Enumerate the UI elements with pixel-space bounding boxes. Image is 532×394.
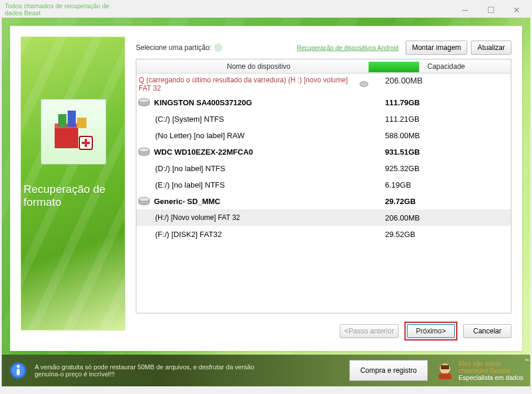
avatar-icon [435, 360, 455, 380]
mount-image-button[interactable]: Montar imagem [406, 41, 467, 55]
info-icon [9, 361, 28, 380]
svg-rect-21 [441, 365, 449, 369]
device-table: Nome do dispositivo Capacidade Q (carreg… [136, 59, 511, 313]
svg-point-8 [360, 82, 368, 86]
top-row: Selecione uma partição: Recuperação de d… [136, 36, 511, 59]
minimize-button[interactable]: ─ [452, 2, 478, 18]
select-partition-label: Selecione uma partição: [136, 44, 212, 52]
nav-row: <Passo anterior Próximo> Cancelar [136, 322, 511, 340]
android-recovery-link[interactable]: Recuperação de dispositivos Android [297, 44, 399, 51]
table-header: Nome do dispositivo Capacidade [136, 59, 511, 74]
brand-line-2: chamados Bestas [459, 367, 523, 374]
table-body: Q (carregando o último resultado da varr… [136, 74, 511, 313]
progress-indicator [369, 62, 419, 72]
help-icon[interactable] [214, 44, 222, 52]
brand-line-1: Eles são todos [459, 360, 523, 367]
recovery-icon [41, 99, 106, 165]
svg-rect-7 [82, 142, 90, 144]
svg-point-14 [139, 198, 149, 201]
brand-block: Eles são todos chamados Bestas Especiali… [435, 360, 523, 381]
right-side: Selecione uma partição: Recuperação de d… [136, 36, 511, 340]
left-side: Recuperação de formato [21, 36, 125, 340]
svg-point-12 [139, 148, 149, 152]
close-button[interactable]: ✕ [504, 2, 530, 18]
partition-row[interactable]: (H:/) [Novo volume] FAT 32206.00MB [136, 209, 511, 226]
disk-row[interactable]: KINGSTON SA400S37120G111.79GB [136, 94, 511, 111]
disk-row[interactable]: WDC WD10EZEX-22MFCA0931.51GB [136, 143, 511, 160]
window-controls: ─ ☐ ✕ [452, 2, 530, 18]
svg-rect-0 [55, 126, 78, 148]
svg-point-10 [139, 99, 149, 102]
svg-rect-2 [58, 114, 66, 127]
banner-title: Recuperação de formato [24, 183, 122, 209]
next-button[interactable]: Próximo> [407, 324, 455, 338]
partition-row[interactable]: (C:/) [System] NTFS111.21GB [136, 111, 511, 127]
svg-rect-20 [439, 373, 451, 379]
svg-point-17 [17, 365, 20, 368]
cancel-button[interactable]: Cancelar [463, 324, 511, 338]
partition-row[interactable]: (D:/) [no label] NTFS925.32GB [136, 160, 511, 176]
left-banner: Recuperação de formato [21, 36, 125, 330]
last-scan-row[interactable]: Q (carregando o último resultado da varr… [136, 74, 511, 94]
partition-row[interactable]: (F:/) [DISK2] FAT3229.52GB [136, 226, 511, 242]
partition-row[interactable]: (No Letter) [no label] RAW588.00MB [136, 127, 511, 143]
back-button[interactable]: <Passo anterior [340, 324, 399, 338]
main-area: Recuperação de formato Selecione uma par… [2, 18, 530, 386]
svg-rect-3 [68, 111, 76, 127]
svg-rect-4 [77, 118, 86, 128]
window-title: Todos chamados de recuperação de dados B… [5, 2, 111, 16]
brand-text: Eles são todos chamados Bestas Especiali… [459, 360, 523, 381]
footer: A versão gratuita só pode restaurar 50MB… [2, 355, 530, 386]
next-highlight: Próximo> [404, 322, 457, 340]
disk-row[interactable]: Generic- SD_MMC29.72GB [136, 193, 511, 209]
svg-rect-18 [17, 369, 20, 375]
header-device-name: Nome do dispositivo [136, 62, 382, 71]
brand-line-3: Especialista em dados [459, 374, 523, 381]
refresh-button[interactable]: Atualizar [471, 41, 511, 55]
footer-info-text: A versão gratuita só pode restaurar 50MB… [35, 363, 282, 378]
title-bar: Todos chamados de recuperação de dados B… [0, 0, 532, 18]
maximize-button[interactable]: ☐ [478, 2, 504, 18]
buy-register-button[interactable]: Compra e registro [349, 360, 428, 381]
partition-row[interactable]: (E:/) [no label] NTFS6.19GB [136, 176, 511, 193]
wizard-panel: Recuperação de formato Selecione uma par… [10, 26, 522, 351]
